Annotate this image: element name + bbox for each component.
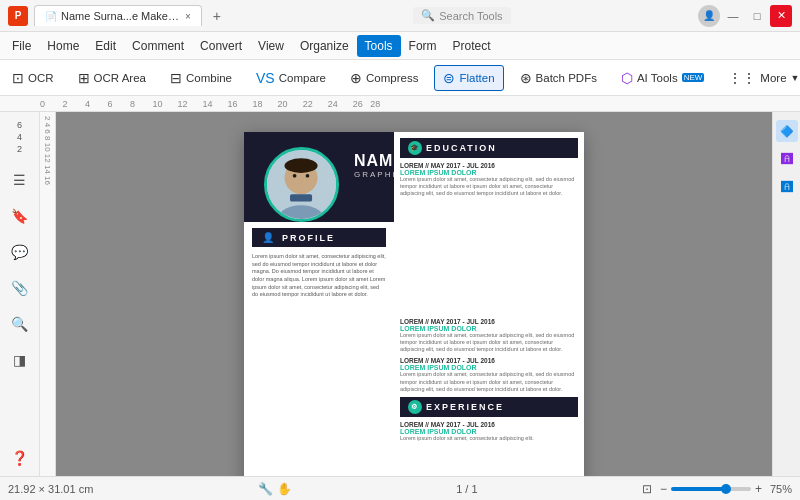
zoom-slider-container[interactable]: − + (660, 482, 762, 496)
maximize-btn[interactable]: □ (746, 5, 768, 27)
zoom-thumb (721, 484, 731, 494)
svg-point-5 (306, 174, 310, 178)
compare-btn[interactable]: VS Compare (248, 66, 334, 90)
profile-text: Lorem ipsum dolor sit amet, consectetur … (252, 253, 386, 299)
left-sidebar: 642 ☰ 🔖 💬 📎 🔍 ◨ ❓ (0, 112, 40, 476)
search-tools[interactable]: 🔍 Search Tools (413, 7, 510, 24)
experience-header: ⚙ EXPERIENCE (400, 397, 578, 417)
ai-new-badge: NEW (682, 73, 705, 82)
flatten-icon: ⊜ (443, 70, 455, 86)
zoom-level: 75% (770, 483, 792, 495)
menubar: File Home Edit Comment Convert View Orga… (0, 32, 800, 60)
profile-bar: 👤 PROFILE (252, 228, 386, 247)
search-icon: 🔍 (421, 9, 435, 22)
document-dimensions: 21.92 × 31.01 cm (8, 483, 93, 495)
zoom-plus-icon[interactable]: + (755, 482, 762, 496)
compress-btn[interactable]: ⊕ Compress (342, 66, 426, 90)
nav-tools-icon[interactable]: 🔧 (258, 482, 273, 496)
pdf-body-right: LOREM // MAY 2017 - JUL 2016 LOREM IPSUM… (394, 312, 584, 452)
ruler-horizontal: 0 2 4 6 8 10 12 14 16 18 20 22 24 26 28 (0, 96, 800, 112)
user-avatar: 👤 (698, 5, 720, 27)
menu-organize[interactable]: Organize (292, 35, 357, 57)
combine-icon: ⊟ (170, 70, 182, 86)
toolbar: ⊡ OCR ⊞ OCR Area ⊟ Combine VS Compare ⊕ … (0, 60, 800, 96)
pdf-header: NAME SURNAME GRAPHIC DESIGNER 🎓 EDUCATIO… (244, 132, 584, 222)
menu-edit[interactable]: Edit (87, 35, 124, 57)
combine-btn[interactable]: ⊟ Combine (162, 66, 240, 90)
profile-photo (264, 147, 339, 222)
zoom-minus-icon[interactable]: − (660, 482, 667, 496)
menu-file[interactable]: File (4, 35, 39, 57)
close-btn[interactable]: ✕ (770, 5, 792, 27)
sidebar-comment-icon[interactable]: 💬 (6, 238, 34, 266)
menu-tools[interactable]: Tools (357, 35, 401, 57)
edu-item-2: LOREM // MAY 2017 - JUL 2016 LOREM IPSUM… (400, 318, 578, 353)
exp-item-1: LOREM // MAY 2017 - JUL 2016 LOREM IPSUM… (400, 421, 578, 442)
more-btn[interactable]: ⋮⋮ More ▼ (720, 66, 800, 90)
statusbar: 21.92 × 31.01 cm 🔧 ✋ 1 / 1 ⊡ − + 75% (0, 476, 800, 500)
menu-comment[interactable]: Comment (124, 35, 192, 57)
pdf-body-left: 👤 PROFILE Lorem ipsum dolor sit amet, co… (244, 222, 394, 305)
new-tab-btn[interactable]: + (208, 7, 226, 25)
right-header-section: 🎓 EDUCATION LOREM // MAY 2017 - JUL 2016… (394, 132, 584, 222)
menu-form[interactable]: Form (401, 35, 445, 57)
svg-rect-6 (290, 194, 312, 201)
education-icon: 🎓 (408, 141, 422, 155)
profile-label: PROFILE (282, 233, 335, 243)
edu-item-1: LOREM // MAY 2017 - JUL 2016 LOREM IPSUM… (400, 162, 578, 197)
zoom-slider[interactable] (671, 487, 751, 491)
menu-protect[interactable]: Protect (445, 35, 499, 57)
minimize-btn[interactable]: — (722, 5, 744, 27)
sidebar-menu-icon[interactable]: ☰ (6, 166, 34, 194)
batch-pdfs-icon: ⊛ (520, 70, 532, 86)
ai-tools-btn[interactable]: ⬡ AI Tools NEW (613, 66, 712, 90)
sidebar-layers-icon[interactable]: ◨ (6, 346, 34, 374)
flatten-btn[interactable]: ⊜ Flatten (434, 65, 503, 91)
sidebar-bookmark-icon[interactable]: 🔖 (6, 202, 34, 230)
right-icon-2[interactable]: 🅰 (776, 148, 798, 170)
page-navigation: 1 / 1 (456, 483, 477, 495)
education-label: EDUCATION (426, 143, 497, 153)
compress-icon: ⊕ (350, 70, 362, 86)
search-placeholder: Search Tools (439, 10, 502, 22)
document-area[interactable]: NAME SURNAME GRAPHIC DESIGNER 🎓 EDUCATIO… (56, 112, 772, 476)
profile-icon: 👤 (262, 232, 276, 243)
ocr-area-icon: ⊞ (78, 70, 90, 86)
zoom-controls: ⊡ (642, 482, 652, 496)
ruler-vertical: 2 4 6 8 10 12 14 16 (40, 112, 56, 476)
nav-icons: 🔧 ✋ (258, 482, 292, 496)
ocr-area-btn[interactable]: ⊞ OCR Area (70, 66, 154, 90)
ai-tools-icon: ⬡ (621, 70, 633, 86)
pdf-document: NAME SURNAME GRAPHIC DESIGNER 🎓 EDUCATIO… (244, 132, 584, 476)
tab-label: Name Surna...e Maker.pdf (61, 10, 181, 22)
right-icon-1[interactable]: 🔷 (776, 120, 798, 142)
menu-view[interactable]: View (250, 35, 292, 57)
sidebar-help-icon[interactable]: ❓ (6, 444, 34, 472)
tab-close-btn[interactable]: × (185, 11, 191, 22)
sidebar-attach-icon[interactable]: 📎 (6, 274, 34, 302)
ocr-btn[interactable]: ⊡ OCR (4, 66, 62, 90)
ocr-icon: ⊡ (12, 70, 24, 86)
menu-convert[interactable]: Convert (192, 35, 250, 57)
document-tab[interactable]: 📄 Name Surna...e Maker.pdf × (34, 5, 202, 26)
right-icon-3[interactable]: 🅰 (776, 176, 798, 198)
batch-pdfs-btn[interactable]: ⊛ Batch PDFs (512, 66, 605, 90)
menu-home[interactable]: Home (39, 35, 87, 57)
more-icon: ⋮⋮ (728, 70, 756, 86)
zoom-fit-icon[interactable]: ⊡ (642, 482, 652, 496)
svg-point-3 (284, 158, 317, 173)
edu-item-3: LOREM // MAY 2017 - JUL 2016 LOREM IPSUM… (400, 357, 578, 392)
education-header: 🎓 EDUCATION (400, 138, 578, 158)
sidebar-search-icon[interactable]: 🔍 (6, 310, 34, 338)
compare-icon: VS (256, 70, 275, 86)
pdf-body: 👤 PROFILE Lorem ipsum dolor sit amet, co… (244, 222, 584, 305)
nav-pan-icon[interactable]: ✋ (277, 482, 292, 496)
more-chevron-icon: ▼ (791, 73, 800, 83)
titlebar: P 📄 Name Surna...e Maker.pdf × + 🔍 Searc… (0, 0, 800, 32)
experience-icon: ⚙ (408, 400, 422, 414)
experience-label: EXPERIENCE (426, 402, 504, 412)
main-area: 642 ☰ 🔖 💬 📎 🔍 ◨ ❓ 2 4 6 8 10 12 14 16 (0, 112, 800, 476)
svg-point-4 (293, 174, 297, 178)
right-sidebar: 🔷 🅰 🅰 (772, 112, 800, 476)
app-logo: P (8, 6, 28, 26)
